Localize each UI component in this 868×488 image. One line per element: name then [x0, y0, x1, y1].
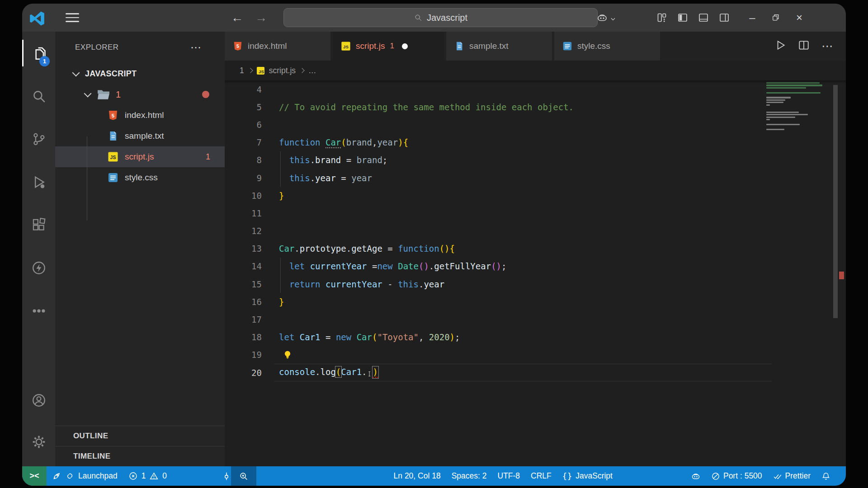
line-number: 15 — [225, 279, 262, 289]
code-area[interactable]: 45// To avoid repeating the same method … — [225, 80, 846, 466]
code-line-15[interactable]: 15 return currentYear - this.year — [225, 275, 846, 293]
vertical-scrollbar[interactable] — [833, 85, 838, 318]
line-number: 8 — [225, 155, 262, 165]
notifications-bell-icon[interactable] — [821, 466, 830, 486]
launchpad-item[interactable]: Launchpad — [47, 466, 123, 486]
code-text: let Car1 = new Car("Toyota", 2020); — [279, 332, 460, 342]
code-line-8[interactable]: 8 this.brand = brand; — [225, 151, 846, 169]
title-bar: ← → Javascript — [22, 4, 846, 32]
eol-item[interactable]: CRLF — [531, 466, 552, 486]
code-line-12[interactable]: 12 — [225, 222, 846, 240]
formatter-item[interactable]: Prettier — [773, 466, 811, 486]
line-number: 19 — [225, 350, 262, 360]
status-bar: >< Launchpad 1 0 Ln 20, Col 18 Spaces: 2 — [22, 466, 846, 486]
toggle-panel-icon[interactable] — [697, 11, 710, 24]
code-line-5[interactable]: 5// To avoid repeating the same method i… — [225, 98, 846, 116]
minimap-line — [766, 112, 799, 113]
breadcrumb-item[interactable]: 1 — [240, 66, 244, 75]
problems-item[interactable]: 1 0 — [123, 466, 172, 486]
code-line-6[interactable]: 6 — [225, 116, 846, 133]
overview-error-marker — [839, 272, 844, 279]
breadcrumb-item[interactable]: … — [308, 66, 316, 75]
menu-icon[interactable] — [66, 12, 79, 23]
code-text: this.brand = brand; — [279, 155, 387, 165]
code-text: console.log(Car1.) — [279, 367, 378, 379]
folder-row[interactable]: 1 — [55, 84, 225, 105]
forward-button[interactable]: → — [255, 11, 267, 25]
explorer-more-actions-icon[interactable]: ⋯ — [190, 45, 201, 50]
explorer-sidebar: EXPLORER ⋯ JAVASCRIPT 1 5index.htmlsampl… — [55, 32, 225, 466]
code-line-20[interactable]: 20console.log(Car1.) — [225, 364, 846, 381]
warning-icon — [149, 471, 159, 481]
close-button[interactable]: × — [792, 10, 807, 25]
activity-extensions-icon[interactable] — [22, 203, 55, 246]
activity-search-icon[interactable] — [22, 75, 55, 117]
code-line-10[interactable]: 10} — [225, 187, 846, 204]
activity-thunder-icon[interactable] — [22, 246, 55, 289]
back-button[interactable]: ← — [231, 11, 243, 25]
tab-bar: 5index.htmlJSscript.js1sample.txtstyle.c… — [225, 32, 846, 61]
braces-icon: {} — [562, 472, 572, 481]
run-code-button[interactable] — [774, 39, 786, 53]
activity-source-control-icon[interactable] — [22, 117, 55, 160]
warning-count: 0 — [162, 471, 167, 481]
activity-more-icon[interactable] — [22, 289, 55, 332]
copilot-status-icon[interactable] — [691, 466, 700, 486]
line-number: 7 — [225, 137, 262, 147]
activity-account-icon[interactable] — [22, 380, 55, 421]
js-file-icon: JS — [257, 67, 264, 75]
rocket-icon — [52, 471, 61, 481]
tab-style.css[interactable]: style.css — [554, 32, 660, 61]
activity-explorer-icon[interactable]: 1 — [22, 32, 55, 75]
customize-layout-icon[interactable] — [655, 11, 669, 24]
code-line-7[interactable]: 7function Car(brand,year){ — [225, 134, 846, 151]
restore-button[interactable] — [768, 10, 783, 25]
minimap-line — [766, 102, 783, 103]
code-text: } — [279, 297, 284, 307]
workspace-section-header[interactable]: JAVASCRIPT — [55, 63, 225, 84]
activity-run-debug-icon[interactable] — [22, 160, 55, 203]
file-row-style.css[interactable]: style.css — [55, 167, 225, 188]
indentation-item[interactable]: Spaces: 2 — [452, 466, 487, 486]
tab-sample.txt[interactable]: sample.txt — [446, 32, 552, 61]
code-line-16[interactable]: 16} — [225, 293, 846, 310]
lightbulb-icon[interactable] — [283, 350, 292, 361]
cursor-position-item[interactable]: Ln 20, Col 18 — [394, 466, 441, 486]
sidebar-section-outline[interactable]: OUTLINE — [55, 426, 225, 446]
chevron-down-icon[interactable] — [610, 16, 616, 22]
command-center-search[interactable]: Javascript — [283, 8, 598, 27]
file-row-index.html[interactable]: 5index.html — [55, 105, 225, 126]
code-line-19[interactable]: 19 — [225, 346, 846, 364]
tab-script.js[interactable]: JSscript.js1 — [333, 32, 444, 61]
unsaved-dot-icon[interactable] — [402, 43, 408, 49]
editor-more-actions-icon[interactable]: ⋯ — [821, 39, 833, 53]
code-line-18[interactable]: 18let Car1 = new Car("Toyota", 2020); — [225, 328, 846, 346]
toggle-sidebar-icon[interactable] — [676, 11, 689, 24]
sidebar-section-timeline[interactable]: TIMELINE — [55, 446, 225, 466]
encoding-item[interactable]: UTF-8 — [498, 466, 520, 486]
file-name: sample.txt — [125, 131, 164, 141]
toggle-secondary-sidebar-icon[interactable] — [717, 11, 731, 24]
zoom-status-item[interactable] — [231, 466, 256, 486]
tab-label: style.css — [577, 41, 610, 51]
live-server-port-item[interactable]: Port : 5500 — [711, 466, 762, 486]
minimize-button[interactable]: – — [745, 10, 760, 25]
file-row-script.js[interactable]: JSscript.js1 — [55, 146, 225, 167]
copilot-icon[interactable] — [595, 11, 609, 24]
code-line-17[interactable]: 17 — [225, 310, 846, 328]
breadcrumb-item[interactable]: script.js — [269, 66, 296, 75]
minimap[interactable] — [766, 82, 825, 132]
remote-indicator[interactable]: >< — [22, 466, 47, 486]
activity-settings-icon[interactable] — [22, 421, 55, 463]
code-line-13[interactable]: 13Car.prototype.getAge = function(){ — [225, 240, 846, 258]
code-line-9[interactable]: 9 this.year = year — [225, 169, 846, 187]
line-number: 20 — [225, 368, 262, 378]
line-number: 18 — [225, 332, 262, 342]
split-editor-button[interactable] — [798, 39, 810, 53]
tab-index.html[interactable]: 5index.html — [225, 32, 330, 61]
code-line-4[interactable]: 4 — [225, 80, 846, 98]
code-line-14[interactable]: 14 let currentYear =new Date().getFullYe… — [225, 258, 846, 275]
code-line-11[interactable]: 11 — [225, 204, 846, 222]
language-mode-item[interactable]: {} JavaScript — [562, 466, 613, 486]
file-row-sample.txt[interactable]: sample.txt — [55, 126, 225, 146]
